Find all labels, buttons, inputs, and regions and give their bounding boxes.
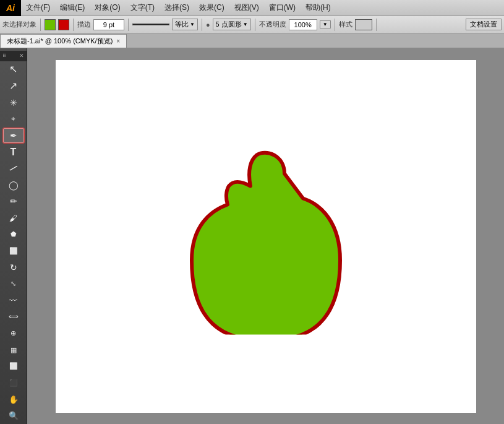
magic-wand-tool-btn[interactable]: ✳ (3, 95, 24, 110)
scale-icon: ⤡ (11, 280, 16, 287)
toolbar: 未选择对象 描边 等比 ▼ ● 5 点圆形 ▼ 不透明度 ▼ 样式 文档设置 (0, 16, 504, 33)
pen-icon: ✒ (10, 131, 17, 140)
pen-tool-btn[interactable]: ✒ (3, 128, 24, 144)
stroke-profile-label: 等比 (175, 20, 189, 29)
toolbar-sep-5 (255, 19, 255, 31)
menu-object[interactable]: 对象(O) (90, 1, 125, 14)
blob-icon: ⬟ (11, 231, 17, 238)
style-swatch[interactable] (355, 19, 372, 30)
type-tool-btn[interactable]: T (3, 144, 24, 160)
zoom-tool-btn[interactable]: 🔍 (3, 408, 24, 423)
menu-file[interactable]: 文件(F) (21, 1, 55, 14)
menu-bar: Ai 文件(F) 编辑(E) 对象(O) 文字(T) 选择(S) 效果(C) 视… (0, 0, 504, 16)
warp-tool-btn[interactable]: 〰 (3, 293, 24, 308)
tab-bar: 未标题-1.ai* @ 100% (CMYK/预览) × (0, 33, 504, 48)
app-logo: Ai (0, 0, 21, 16)
toolbar-sep-4 (202, 19, 202, 31)
opacity-dropdown[interactable]: ▼ (320, 20, 331, 28)
magic-wand-icon: ✳ (10, 98, 17, 107)
direct-select-tool-btn[interactable]: ↗ (3, 79, 24, 94)
fill-swatch[interactable] (45, 19, 56, 30)
toolbar-sep-7 (376, 19, 377, 31)
frog-path (192, 152, 340, 334)
menu-view[interactable]: 视图(V) (229, 1, 264, 14)
brush-tool-btn[interactable]: 🖌 (3, 210, 24, 226)
type-icon: T (11, 147, 17, 157)
lasso-tool-btn[interactable]: ⌖ (3, 111, 24, 127)
line-icon: / (8, 163, 18, 173)
ellipse-icon: ◯ (9, 181, 19, 189)
style-label: 样式 (339, 20, 352, 29)
artboard-tool-btn[interactable]: ⬜ (3, 359, 24, 374)
chevron-down-icon: ▼ (190, 22, 195, 27)
brush-icon: 🖌 (9, 214, 17, 222)
eraser-icon: ⬜ (9, 248, 18, 254)
hand-icon: ✋ (9, 396, 19, 404)
chevron-down-icon-3: ▼ (323, 22, 328, 27)
menu-help[interactable]: 帮助(H) (301, 1, 336, 14)
toolbar-sep-6 (335, 19, 335, 31)
artboard (56, 60, 476, 413)
dot-shape-label: 5 点圆形 (216, 20, 242, 29)
panel-drag-handle: ⠿ (2, 53, 6, 59)
frog-svg (142, 136, 390, 334)
width-icon: ⟺ (9, 313, 19, 320)
stroke-swatch[interactable] (58, 19, 69, 30)
direct-arrow-icon: ↗ (9, 81, 17, 91)
canvas-area[interactable] (27, 48, 504, 424)
menu-type[interactable]: 文字(T) (126, 1, 160, 14)
artboard-icon: ⬜ (9, 363, 18, 370)
stroke-profile-dropdown[interactable]: 等比 ▼ (172, 19, 198, 30)
pencil-icon: ✏ (10, 197, 17, 206)
menu-edit[interactable]: 编辑(E) (55, 1, 90, 14)
slice-tool-btn[interactable]: ⬛ (3, 375, 24, 391)
lasso-icon: ⌖ (11, 115, 15, 123)
slice-icon: ⬛ (9, 379, 18, 386)
doc-settings-button[interactable]: 文档设置 (466, 19, 502, 30)
toolbar-sep-3 (128, 19, 129, 31)
document-tab[interactable]: 未标题-1.ai* @ 100% (CMYK/预览) × (0, 34, 127, 48)
graph-icon: ▦ (11, 347, 17, 353)
selection-label: 未选择对象 (2, 20, 36, 29)
symbol-tool-btn[interactable]: ⊕ (3, 326, 24, 341)
main-area: ⠿ ✕ ↖ ↗ ✳ ⌖ ✒ T / ◯ (0, 48, 504, 424)
scale-tool-btn[interactable]: ⤡ (3, 276, 24, 292)
chevron-down-icon-2: ▼ (243, 22, 248, 27)
toolbar-sep-1 (40, 19, 41, 31)
toolbar-sep-2 (73, 19, 74, 31)
dot-bullet: ● (206, 21, 210, 28)
menu-items: 文件(F) 编辑(E) 对象(O) 文字(T) 选择(S) 效果(C) 视图(V… (21, 1, 336, 14)
tab-close-button[interactable]: × (116, 38, 120, 45)
left-tool-panel: ⠿ ✕ ↖ ↗ ✳ ⌖ ✒ T / ◯ (0, 48, 27, 424)
warp-icon: 〰 (9, 296, 17, 305)
frog-shape-container (142, 136, 390, 336)
pencil-tool-btn[interactable]: ✏ (3, 194, 24, 209)
width-tool-btn[interactable]: ⟺ (3, 309, 24, 325)
blob-brush-tool-btn[interactable]: ⬟ (3, 227, 24, 242)
hand-tool-btn[interactable]: ✋ (3, 392, 24, 407)
opacity-label: 不透明度 (259, 20, 286, 29)
line-tool-btn[interactable]: / (3, 161, 24, 176)
panel-header: ⠿ ✕ (0, 51, 27, 61)
menu-select[interactable]: 选择(S) (160, 1, 194, 14)
menu-window[interactable]: 窗口(W) (264, 1, 301, 14)
dot-shape-dropdown[interactable]: 5 点圆形 ▼ (213, 19, 251, 30)
stroke-label: 描边 (77, 20, 91, 29)
select-tool-btn[interactable]: ↖ (3, 62, 24, 77)
stroke-line (132, 24, 169, 25)
panel-close-icon[interactable]: ✕ (19, 53, 24, 59)
opacity-input[interactable] (289, 19, 317, 30)
rotate-icon: ↻ (10, 263, 17, 272)
stroke-value-input[interactable] (93, 19, 124, 30)
ellipse-tool-btn[interactable]: ◯ (3, 177, 24, 193)
symbol-icon: ⊕ (11, 330, 16, 337)
tab-label: 未标题-1.ai* @ 100% (CMYK/预览) (7, 37, 113, 46)
menu-effect[interactable]: 效果(C) (194, 1, 229, 14)
eraser-tool-btn[interactable]: ⬜ (3, 243, 24, 259)
rotate-tool-btn[interactable]: ↻ (3, 260, 24, 275)
zoom-icon: 🔍 (9, 412, 19, 420)
arrow-icon: ↖ (9, 64, 17, 74)
graph-tool-btn[interactable]: ▦ (3, 342, 24, 358)
